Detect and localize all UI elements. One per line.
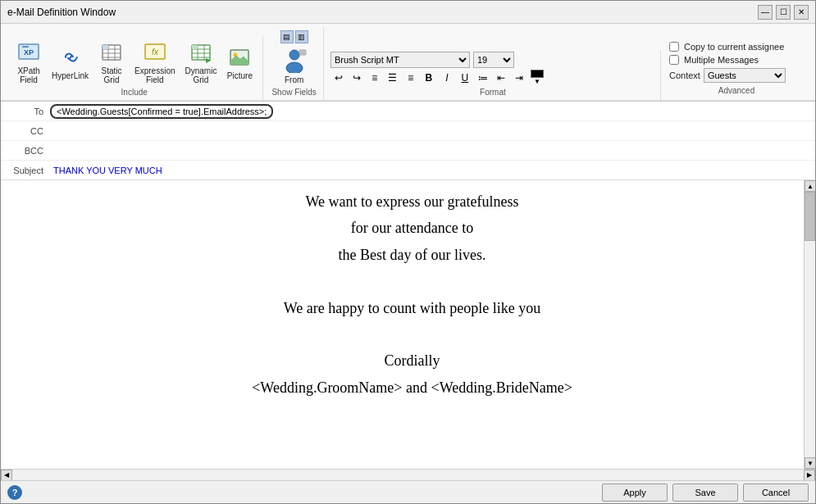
dynamic-grid-button[interactable]: ▶ DynamicGrid <box>182 38 221 86</box>
subject-input[interactable] <box>50 164 815 177</box>
hyperlink-button[interactable]: HyperLink <box>48 43 92 82</box>
font-select[interactable]: Brush Script MT <box>331 52 470 68</box>
status-buttons: Apply Save Cancel <box>602 484 809 502</box>
body-line-5: We are happy to count with people like y… <box>25 295 799 321</box>
scroll-up-button[interactable]: ▲ <box>805 180 815 192</box>
scroll-down-button[interactable]: ▼ <box>805 457 815 469</box>
picture-label: Picture <box>227 71 253 80</box>
show-fields-group: ▤ ▥ <box>265 27 323 100</box>
svg-point-23 <box>289 50 299 60</box>
from-icon-row: ▤ ▥ <box>280 30 308 43</box>
show-fields-label: Show Fields <box>271 88 316 98</box>
cc-label: CC <box>1 126 50 136</box>
body-line-1: We want to express our gratefulness <box>25 188 799 215</box>
bcc-row: BCC <box>1 141 815 161</box>
static-grid-button[interactable]: StaticGrid <box>95 38 128 86</box>
svg-text:XP: XP <box>24 48 34 57</box>
body-line-2: for our attendance to <box>25 215 799 241</box>
small-icon-2: ▥ <box>295 30 308 43</box>
to-label: To <box>1 107 50 116</box>
svg-rect-2 <box>22 46 29 48</box>
size-select[interactable]: 19 <box>473 52 514 68</box>
svg-text:fx: fx <box>152 48 159 57</box>
expression-icon: fx <box>142 39 168 66</box>
align-center-button[interactable]: ☰ <box>385 70 401 86</box>
dynamic-grid-label: DynamicGrid <box>185 66 217 84</box>
from-button[interactable]: ▤ ▥ <box>276 29 312 86</box>
redo-button[interactable]: ↪ <box>349 70 365 86</box>
color-picker[interactable]: ▼ <box>529 70 545 86</box>
context-row: Context Guests <box>669 68 804 83</box>
save-button[interactable]: Save <box>672 484 738 502</box>
help-icon[interactable]: ? <box>7 485 22 500</box>
italic-button[interactable]: I <box>439 70 455 86</box>
undo-button[interactable]: ↩ <box>331 70 347 86</box>
picture-button[interactable]: Picture <box>223 43 256 82</box>
status-bar: ? Apply Save Cancel <box>1 480 815 503</box>
bcc-input[interactable] <box>50 144 815 157</box>
hyperlink-icon <box>57 44 84 70</box>
small-icon-1: ▤ <box>280 30 294 43</box>
body-area: We want to express our gratefulness for … <box>1 180 815 469</box>
dynamic-grid-icon: ▶ <box>188 39 214 66</box>
scroll-left-button[interactable]: ◀ <box>1 470 12 481</box>
copy-assignee-row: Copy to current assignee <box>669 42 804 52</box>
cancel-button[interactable]: Cancel <box>743 484 809 502</box>
body-line-3: the Best day of our lives. <box>25 242 799 268</box>
multiple-messages-checkbox[interactable] <box>669 55 679 65</box>
to-value[interactable]: <Wedding.Guests[Confirmed = true].EmailA… <box>50 104 273 119</box>
multiple-messages-label: Multiple Messages <box>684 55 759 65</box>
xpath-label: XPathField <box>17 66 39 84</box>
apply-button[interactable]: Apply <box>602 484 668 502</box>
email-definition-window: e-Mail Definition Window — ☐ ✕ XP <box>0 0 816 504</box>
editor-area: To <Wedding.Guests[Confirmed = true].Ema… <box>1 102 815 480</box>
show-fields-buttons: ▤ ▥ <box>276 29 312 86</box>
hyperlink-label: HyperLink <box>52 71 89 80</box>
color-arrow: ▼ <box>534 78 540 85</box>
underline-button[interactable]: U <box>457 70 473 86</box>
vertical-scrollbar[interactable]: ▲ ▼ <box>804 180 815 469</box>
bold-button[interactable]: B <box>421 70 437 86</box>
body-content[interactable]: We want to express our gratefulness for … <box>1 180 815 469</box>
format-label: Format <box>331 88 655 98</box>
cc-input[interactable] <box>50 125 815 138</box>
scroll-thumb[interactable] <box>805 192 815 241</box>
context-select[interactable]: Guests <box>704 68 786 83</box>
horizontal-scrollbar[interactable]: ◀ ▶ <box>1 469 815 480</box>
include-group: XP XPathField <box>6 36 263 100</box>
include-group-label: Include <box>12 88 256 98</box>
xpath-field-button[interactable]: XP XPathField <box>12 38 45 86</box>
maximize-button[interactable]: ☐ <box>776 5 791 20</box>
from-icon-area: ▤ ▥ <box>280 30 309 75</box>
close-button[interactable]: ✕ <box>794 5 809 20</box>
expression-field-label: ExpressionField <box>134 66 175 84</box>
title-bar: e-Mail Definition Window — ☐ ✕ <box>1 1 815 24</box>
scroll-h-track <box>12 470 804 481</box>
scroll-right-button[interactable]: ▶ <box>804 470 815 481</box>
align-right-button[interactable]: ≡ <box>403 70 419 86</box>
ribbon-toolbar: XP XPathField <box>1 24 815 101</box>
align-left-button[interactable]: ≡ <box>367 70 383 86</box>
body-line-7: Cordially <box>25 347 799 374</box>
svg-text:▶: ▶ <box>206 57 212 64</box>
format-group: Brush Script MT 19 ↩ ↪ ≡ ☰ ≡ B I U ≔ <box>326 50 661 100</box>
subject-label: Subject <box>1 166 50 175</box>
advanced-group: Copy to current assignee Multiple Messag… <box>663 39 810 100</box>
status-left: ? <box>7 485 22 500</box>
color-box <box>531 70 544 78</box>
svg-point-24 <box>286 62 303 73</box>
minimize-button[interactable]: — <box>758 5 773 20</box>
include-buttons: XP XPathField <box>12 38 256 86</box>
copy-assignee-label: Copy to current assignee <box>684 42 784 52</box>
list-button[interactable]: ≔ <box>475 70 491 86</box>
copy-assignee-checkbox[interactable] <box>669 42 679 52</box>
body-line-6 <box>25 321 799 347</box>
expression-field-button[interactable]: fx ExpressionField <box>131 38 178 86</box>
ribbon: XP XPathField <box>1 24 815 102</box>
indent-right-button[interactable]: ⇥ <box>511 70 527 86</box>
format-row1: Brush Script MT 19 <box>331 52 655 68</box>
context-label: Context <box>669 70 700 80</box>
window-title: e-Mail Definition Window <box>7 7 116 18</box>
indent-left-button[interactable]: ⇤ <box>493 70 509 86</box>
svg-rect-9 <box>103 45 108 49</box>
